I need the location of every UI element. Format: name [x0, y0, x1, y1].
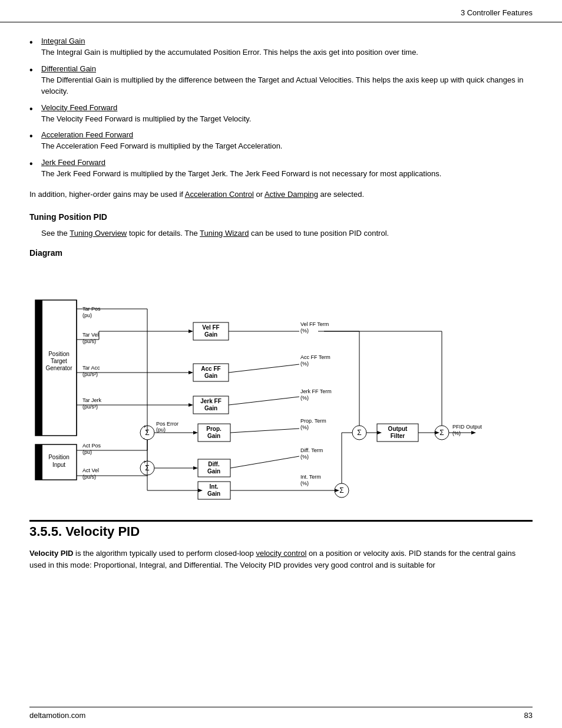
- svg-marker-28: [189, 403, 193, 407]
- desc-differential-gain: The Differential Gain is multiplied by t…: [41, 75, 524, 96]
- term-integral-gain: Integral Gain: [41, 37, 533, 45]
- bullet-dot: •: [29, 64, 41, 75]
- link-tuning-wizard[interactable]: Tuning Wizard: [200, 229, 249, 238]
- list-item: • Acceleration Feed Forward The Accelera…: [29, 130, 533, 152]
- svg-text:Gain: Gain: [204, 331, 217, 338]
- svg-marker-109: [471, 431, 476, 434]
- svg-marker-101: [377, 431, 382, 434]
- svg-text:Tar Acc: Tar Acc: [82, 365, 100, 371]
- svg-text:Position: Position: [48, 351, 70, 357]
- svg-text:+: +: [143, 424, 146, 430]
- svg-text:(pu): (pu): [156, 427, 166, 433]
- svg-text:PFID Output: PFID Output: [452, 424, 482, 430]
- svg-text:(pu): (pu): [82, 312, 92, 318]
- svg-text:Σ: Σ: [145, 429, 149, 437]
- bullet-content: Acceleration Feed Forward The Accelerati…: [41, 130, 533, 152]
- svg-rect-6: [35, 444, 42, 480]
- bullet-dot: •: [29, 103, 41, 114]
- svg-text:Generator: Generator: [45, 365, 72, 371]
- bullet-content: Velocity Feed Forward The Velocity Feed …: [41, 103, 533, 125]
- svg-marker-72: [193, 466, 198, 470]
- bullet-content: Jerk Feed Forward The Jerk Feed Forward …: [41, 158, 533, 180]
- svg-text:Output: Output: [388, 426, 408, 432]
- svg-text:Tar Vel: Tar Vel: [82, 332, 99, 338]
- svg-text:Gain: Gain: [207, 468, 220, 475]
- svg-text:Σ: Σ: [357, 429, 361, 437]
- svg-text:Position: Position: [48, 454, 70, 460]
- page-footer: deltamotion.com 83: [29, 707, 533, 720]
- link-tuning-overview[interactable]: Tuning Overview: [70, 229, 127, 238]
- svg-text:(%): (%): [300, 424, 309, 430]
- term-differential-gain: Differential Gain: [41, 64, 533, 73]
- header-title: 3 Controller Features: [461, 8, 533, 17]
- list-item: • Velocity Feed Forward The Velocity Fee…: [29, 103, 533, 125]
- footer-left: deltamotion.com: [29, 711, 85, 720]
- link-active-damping[interactable]: Active Damping: [265, 190, 318, 199]
- svg-marker-105: [435, 431, 439, 434]
- bullet-content: Differential Gain The Differential Gain …: [41, 64, 533, 97]
- svg-text:Prop. Term: Prop. Term: [300, 418, 326, 424]
- svg-marker-24: [189, 330, 193, 333]
- svg-marker-26: [189, 371, 193, 374]
- desc-jerk-ff: The Jerk Feed Forward is multiplied by t…: [41, 169, 441, 178]
- svg-text:Diff. Term: Diff. Term: [300, 447, 323, 453]
- bullet-dot: •: [29, 158, 41, 169]
- svg-text:Σ: Σ: [339, 486, 343, 495]
- desc-integral-gain: The Integral Gain is multiplied by the a…: [41, 48, 418, 57]
- svg-text:Int.: Int.: [210, 483, 219, 490]
- link-velocity-control[interactable]: velocity control: [256, 549, 306, 558]
- svg-line-78: [230, 456, 299, 468]
- svg-text:Acc FF: Acc FF: [201, 365, 220, 372]
- additional-para: In addition, higher-order gains may be u…: [29, 189, 533, 200]
- diagram-section: Diagram Position Target Generator Positi…: [29, 248, 533, 502]
- bullet-dot: •: [29, 130, 41, 141]
- tuning-para: See the Tuning Overview topic for detail…: [41, 228, 533, 239]
- list-item: • Jerk Feed Forward The Jerk Feed Forwar…: [29, 158, 533, 180]
- svg-text:(%): (%): [452, 430, 461, 436]
- svg-text:Gain: Gain: [204, 405, 217, 411]
- svg-text:+: +: [143, 459, 146, 465]
- tuning-section: Tuning Position PID See the Tuning Overv…: [29, 212, 533, 239]
- diagram-heading: Diagram: [29, 248, 533, 258]
- svg-text:Diff.: Diff.: [208, 461, 220, 467]
- svg-line-46: [229, 397, 299, 405]
- velocity-pid-body: Velocity PID is the algorithm typically …: [29, 548, 533, 571]
- svg-text:Jerk FF Term: Jerk FF Term: [300, 388, 332, 394]
- svg-text:Target: Target: [51, 358, 67, 364]
- svg-line-64: [230, 429, 299, 433]
- section-divider: [29, 520, 533, 522]
- velocity-pid-title: 3.5.5. Velocity PID: [29, 524, 533, 539]
- main-content: • Integral Gain The Integral Gain is mul…: [0, 22, 562, 582]
- desc-velocity-ff: The Velocity Feed Forward is multiplied …: [41, 114, 251, 123]
- term-velocity-ff: Velocity Feed Forward: [41, 103, 533, 112]
- bullet-content: Integral Gain The Integral Gain is multi…: [41, 37, 533, 58]
- svg-text:(pu/s): (pu/s): [82, 474, 96, 480]
- svg-text:Gain: Gain: [207, 490, 220, 497]
- svg-text:Vel FF: Vel FF: [202, 324, 219, 331]
- svg-text:Jerk FF: Jerk FF: [200, 398, 222, 404]
- svg-text:(%): (%): [300, 328, 309, 334]
- svg-text:(%): (%): [300, 454, 309, 460]
- svg-text:Gain: Gain: [204, 373, 217, 379]
- page-header: 3 Controller Features: [0, 0, 562, 22]
- page: 3 Controller Features • Integral Gain Th…: [0, 0, 562, 728]
- desc-accel-ff: The Acceleration Feed Forward is multipl…: [41, 141, 282, 150]
- svg-marker-58: [193, 431, 198, 434]
- svg-text:Pos Error: Pos Error: [156, 421, 178, 427]
- bullet-dot: •: [29, 37, 41, 48]
- svg-text:(%): (%): [300, 361, 309, 367]
- svg-text:Int. Term: Int. Term: [300, 474, 321, 480]
- svg-marker-84: [198, 489, 203, 492]
- link-acceleration-control[interactable]: Acceleration Control: [185, 190, 254, 199]
- svg-text:Vel FF Term: Vel FF Term: [300, 321, 329, 327]
- svg-text:Act Vel: Act Vel: [82, 467, 99, 473]
- diagram: Position Target Generator Position Input…: [29, 265, 533, 502]
- svg-text:Prop.: Prop.: [206, 426, 222, 432]
- svg-rect-1: [35, 300, 42, 436]
- svg-text:Σ: Σ: [439, 429, 444, 437]
- svg-text:-: -: [143, 435, 145, 441]
- svg-marker-90: [335, 489, 339, 492]
- svg-text:(%): (%): [300, 480, 309, 486]
- svg-text:Filter: Filter: [391, 433, 405, 439]
- svg-line-45: [229, 364, 299, 373]
